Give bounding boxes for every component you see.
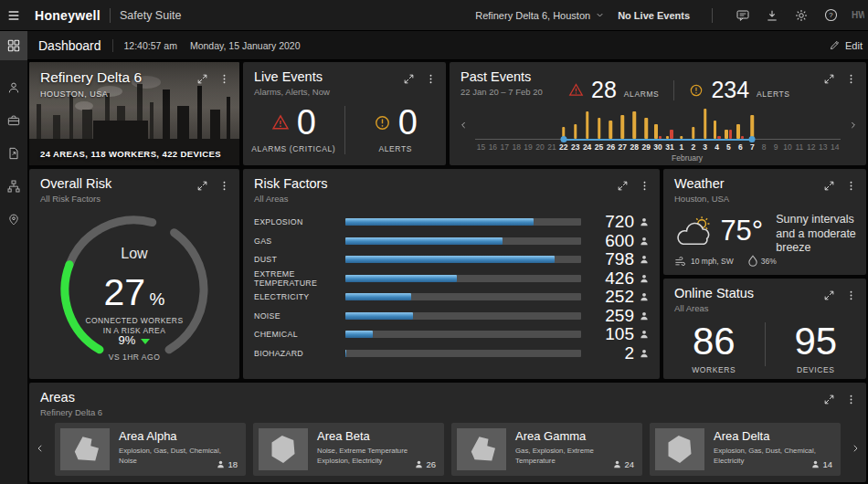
risk-factor-label: ELECTRICITY <box>254 292 345 301</box>
sidebar-item-locations[interactable] <box>0 205 27 234</box>
brand-logo: Honeywell <box>35 8 101 23</box>
alarms-count: 0 <box>297 103 316 142</box>
risk-delta-value: 9% <box>119 333 136 347</box>
risk-factor-row: EXTREME TEMPERATURE426 <box>254 269 649 289</box>
card-subtitle: All Areas <box>254 194 328 204</box>
risk-factor-bar <box>345 350 346 357</box>
card-menu-button[interactable] <box>844 72 857 85</box>
timeline-column <box>523 105 535 139</box>
kebab-menu-icon <box>845 394 857 405</box>
past-alerts-label: ALERTS <box>757 89 790 99</box>
worker-icon <box>6 80 21 95</box>
expand-card-button[interactable] <box>822 72 835 85</box>
areas-next-button[interactable] <box>848 436 863 461</box>
risk-unit: % <box>150 289 165 309</box>
areas-prev-button[interactable] <box>33 436 48 461</box>
area-card[interactable]: Area GammaGas, Explosion, Extreme Temper… <box>451 423 642 476</box>
timeline-tick-label: 14 <box>829 142 841 152</box>
timeline-column <box>640 105 652 139</box>
timeline-bars <box>632 111 636 139</box>
risk-factor-track <box>345 218 581 226</box>
area-count-value: 24 <box>624 459 634 469</box>
hamburger-menu-button[interactable] <box>0 0 27 31</box>
edit-dashboard-button[interactable]: Edit <box>829 39 868 51</box>
download-button[interactable] <box>764 7 780 24</box>
risk-factor-bar <box>345 293 411 300</box>
card-menu-button[interactable] <box>217 179 230 192</box>
timeline-column <box>817 105 829 139</box>
risk-factor-bar <box>345 331 373 338</box>
expand-card-button[interactable] <box>402 72 415 85</box>
person-icon <box>640 217 649 226</box>
messages-button[interactable] <box>735 7 751 24</box>
help-button[interactable]: ? <box>822 7 839 24</box>
timeline-tick-label: 13 <box>817 142 829 152</box>
help-icon: ? <box>823 7 839 23</box>
user-avatar[interactable]: HW <box>852 10 864 20</box>
site-selector-dropdown[interactable]: Refinery Delta 6, Houston <box>475 10 605 21</box>
expand-card-button[interactable] <box>822 289 835 301</box>
area-card[interactable]: Area BetaNoise, Extreme Temperature Expl… <box>253 423 444 476</box>
timeline-prev-button[interactable] <box>457 116 470 134</box>
expand-icon <box>823 394 835 405</box>
area-shape-icon <box>660 431 700 468</box>
expand-card-button[interactable] <box>196 179 208 192</box>
location-pin-icon <box>6 212 21 226</box>
divider <box>673 80 674 100</box>
area-risks: Gas, Explosion, Extreme Temperature <box>515 447 623 465</box>
card-menu-button[interactable] <box>424 72 437 85</box>
sidebar-item-dashboard[interactable] <box>0 31 27 60</box>
card-subtitle: All Risk Factors <box>40 194 111 204</box>
risk-factors-card: Risk Factors All Areas EXPLOSION720GAS60… <box>243 169 660 379</box>
area-worker-count: 18 <box>217 459 238 469</box>
area-thumbnail <box>655 428 704 470</box>
timeline-next-button[interactable] <box>846 116 859 134</box>
timeline-range-handle-end[interactable] <box>749 136 756 142</box>
devices-count: 95 <box>794 320 837 363</box>
expand-card-button[interactable] <box>822 179 835 192</box>
alerts-count: 0 <box>398 103 418 142</box>
wind-icon <box>674 256 687 267</box>
timeline-column <box>829 105 841 139</box>
timeline-range-bar[interactable] <box>564 139 752 141</box>
timeline-column <box>664 105 676 139</box>
chevron-down-icon <box>595 10 605 20</box>
card-menu-button[interactable] <box>638 179 651 192</box>
past-alarms-label: ALARMS <box>624 89 660 99</box>
card-subtitle: Refinery Delta 6 <box>40 407 102 417</box>
sidebar-item-reports[interactable] <box>0 139 27 168</box>
expand-card-button[interactable] <box>616 179 629 192</box>
card-subtitle: All Areas <box>674 303 754 313</box>
expand-card-button[interactable] <box>196 72 208 85</box>
sidebar-item-organization[interactable] <box>0 172 27 201</box>
risk-factor-value: 252 <box>590 287 634 307</box>
kebab-menu-icon <box>639 180 651 192</box>
expand-icon <box>196 73 208 85</box>
area-shape-icon <box>263 431 303 468</box>
card-menu-button[interactable] <box>844 179 857 192</box>
timeline-column <box>629 105 640 139</box>
timeline-tick-label: 30 <box>652 142 664 152</box>
timeline-column <box>793 105 805 139</box>
live-alarms-stat: 0 ALARMS (CRITICAL) <box>243 102 344 165</box>
area-shape-icon <box>65 431 105 468</box>
settings-button[interactable] <box>793 7 810 24</box>
site-overview-card[interactable]: Refinery Delta 6 HOUSTON, USA 24 AREAS, … <box>29 62 239 165</box>
timeline-tick-label: 1 <box>675 142 687 152</box>
risk-factor-label: EXPLOSION <box>254 217 345 226</box>
risk-factor-track <box>345 275 581 282</box>
card-menu-button[interactable] <box>844 393 857 405</box>
timeline-bars <box>598 118 601 139</box>
timeline-range-handle-start[interactable] <box>560 136 566 142</box>
sidebar-item-assets[interactable] <box>0 106 27 135</box>
area-card[interactable]: Area DeltaExplosion, Gas, Dust, Chemical… <box>650 423 841 476</box>
sidebar-item-workers[interactable] <box>0 73 27 102</box>
card-menu-button[interactable] <box>844 289 857 301</box>
timeline-tick-label: 5 <box>723 142 735 152</box>
timeline-month-label: February <box>672 153 703 163</box>
risk-factor-label: CHEMICAL <box>254 330 345 339</box>
expand-card-button[interactable] <box>822 393 835 405</box>
timeline-column <box>699 105 711 139</box>
card-menu-button[interactable] <box>217 72 230 85</box>
area-card[interactable]: Area AlphaExplosion, Gas, Dust, Chemical… <box>55 423 246 476</box>
